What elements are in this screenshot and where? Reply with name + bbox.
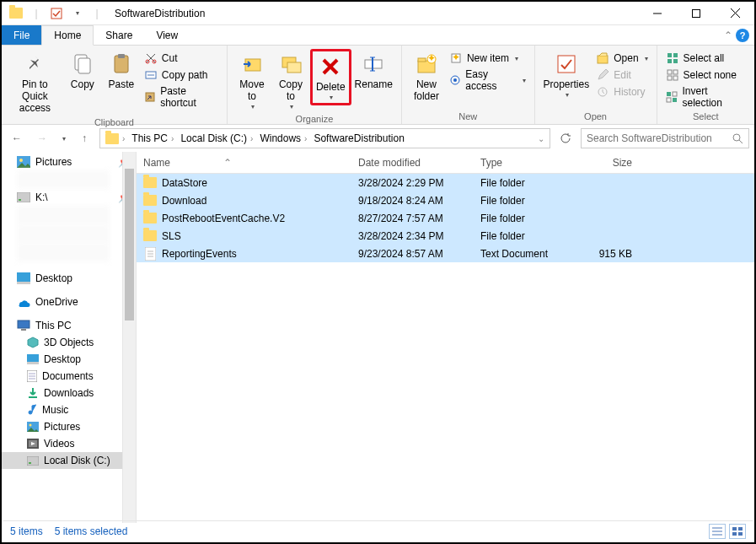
- col-header-name[interactable]: Name ⌃: [143, 157, 358, 169]
- table-row[interactable]: ReportingEvents9/23/2024 8:57 AMText Doc…: [137, 245, 754, 262]
- nav-pictures2[interactable]: Pictures: [2, 418, 136, 435]
- svg-rect-31: [558, 56, 575, 73]
- rename-button[interactable]: Rename: [351, 49, 396, 93]
- tab-view[interactable]: View: [144, 25, 190, 45]
- breadcrumb-dropdown-icon[interactable]: ⌄: [536, 134, 546, 143]
- nav-onedrive[interactable]: OneDrive: [2, 294, 136, 310]
- delete-icon: [317, 53, 344, 80]
- table-row[interactable]: DataStore3/28/2024 2:29 PMFile folder: [137, 174, 754, 191]
- nav-music[interactable]: Music: [2, 401, 136, 418]
- select-all-button[interactable]: Select all: [662, 51, 749, 66]
- ribbon-group-open: Properties▾ Open▾ Edit History Open: [535, 46, 657, 124]
- qa-separator: |: [27, 4, 46, 23]
- nav-kdrive[interactable]: K:\📌: [2, 189, 136, 206]
- view-large-icons-button[interactable]: [729, 524, 746, 539]
- maximize-button[interactable]: [677, 2, 716, 25]
- move-to-button[interactable]: Move to▾: [233, 49, 271, 112]
- breadcrumb-this-pc[interactable]: This PC›: [130, 132, 177, 144]
- pin-to-quick-access-button[interactable]: Pin to Quick access: [7, 49, 63, 116]
- content-area: Pictures📌 K:\📌 Desktop OneDrive This PC …: [2, 152, 754, 523]
- nav-downloads[interactable]: Downloads: [2, 385, 136, 401]
- file-type: Text Document: [480, 248, 582, 260]
- file-date: 8/27/2024 7:57 AM: [358, 213, 480, 224]
- new-item-button[interactable]: ✦New item▾: [446, 51, 529, 66]
- svg-rect-45: [673, 98, 677, 102]
- tab-share[interactable]: Share: [94, 25, 144, 45]
- qa-dropdown-icon[interactable]: ▾: [67, 4, 86, 23]
- new-folder-button[interactable]: ✦New folder: [407, 49, 446, 105]
- col-header-date[interactable]: Date modified: [358, 157, 480, 169]
- file-name: Download: [162, 195, 206, 207]
- breadcrumb[interactable]: › This PC› Local Disk (C:)› Windows› Sof…: [99, 128, 550, 148]
- nav-scrollbar-thumb[interactable]: [125, 169, 134, 320]
- tab-file[interactable]: File: [2, 25, 41, 45]
- pin-icon: [21, 51, 48, 78]
- properties-button[interactable]: Properties▾: [540, 49, 593, 100]
- breadcrumb-root-icon[interactable]: ›: [104, 133, 128, 144]
- collapse-ribbon-icon[interactable]: ⌃: [724, 30, 732, 41]
- refresh-button[interactable]: [555, 128, 576, 148]
- nav-recent-dropdown[interactable]: ▾: [57, 128, 69, 148]
- svg-rect-41: [673, 76, 678, 80]
- delete-button[interactable]: Delete▾: [310, 49, 351, 105]
- close-button[interactable]: [716, 2, 754, 25]
- desktop-icon: [27, 354, 39, 364]
- svg-rect-53: [17, 282, 30, 284]
- paste-button[interactable]: Paste: [102, 49, 141, 93]
- nav-pictures[interactable]: Pictures📌: [2, 154, 136, 170]
- col-header-size[interactable]: Size: [582, 157, 641, 169]
- edit-button[interactable]: Edit: [592, 67, 651, 83]
- nav-up-button[interactable]: ↑: [74, 128, 94, 148]
- svg-rect-43: [673, 92, 677, 96]
- folder-icon: [143, 176, 157, 190]
- table-row[interactable]: SLS3/28/2024 2:34 PMFile folder: [137, 227, 754, 245]
- nav-documents[interactable]: Documents: [2, 368, 136, 385]
- svg-rect-56: [27, 354, 39, 362]
- paste-shortcut-button[interactable]: Paste shortcut: [141, 84, 222, 110]
- paste-icon: [108, 51, 135, 78]
- breadcrumb-softwaredistribution[interactable]: SoftwareDistribution: [312, 132, 405, 144]
- tab-home[interactable]: Home: [41, 25, 94, 46]
- nav-back-button[interactable]: ←: [7, 128, 27, 148]
- search-box[interactable]: [581, 128, 749, 148]
- select-none-button[interactable]: Select none: [662, 67, 749, 83]
- breadcrumb-local-disk[interactable]: Local Disk (C:)›: [179, 132, 256, 144]
- view-details-button[interactable]: [709, 524, 726, 539]
- easy-access-button[interactable]: Easy access▾: [446, 67, 529, 93]
- nav-desktop[interactable]: Desktop: [2, 270, 136, 287]
- table-row[interactable]: PostRebootEventCache.V28/27/2024 7:57 AM…: [137, 209, 754, 227]
- copy-to-button[interactable]: Copy to▾: [271, 49, 310, 112]
- nav-this-pc[interactable]: This PC: [2, 317, 136, 334]
- nav-videos[interactable]: Videos: [2, 435, 136, 452]
- nav-forward-button[interactable]: →: [32, 128, 52, 148]
- open-button[interactable]: Open▾: [592, 51, 651, 66]
- col-header-type[interactable]: Type: [480, 157, 582, 169]
- nav-scrollbar[interactable]: [122, 152, 136, 523]
- qa-properties-icon[interactable]: [47, 4, 66, 23]
- minimize-button[interactable]: [638, 2, 677, 25]
- file-date: 9/18/2024 8:24 AM: [358, 195, 480, 207]
- history-button[interactable]: History: [592, 84, 651, 100]
- svg-rect-16: [287, 62, 301, 73]
- svg-rect-77: [732, 532, 737, 536]
- search-icon[interactable]: [732, 133, 743, 144]
- search-input[interactable]: [587, 132, 727, 144]
- nav-item-redacted: [17, 206, 110, 224]
- nav-local-disk[interactable]: Local Disk (C:): [2, 452, 136, 469]
- qa-separator2: |: [88, 4, 106, 23]
- onedrive-icon: [17, 297, 30, 307]
- ribbon-group-new: ✦New folder ✦New item▾ Easy access▾ New: [402, 46, 535, 124]
- copy-button[interactable]: Copy: [63, 49, 102, 93]
- file-list: DataStore3/28/2024 2:29 PMFile folderDow…: [137, 174, 754, 262]
- copy-path-button[interactable]: Copy path: [141, 67, 222, 83]
- pictures-icon: [27, 422, 39, 432]
- invert-selection-button[interactable]: Invert selection: [662, 84, 749, 110]
- table-row[interactable]: Download9/18/2024 8:24 AMFile folder: [137, 191, 754, 209]
- cut-button[interactable]: Cut: [141, 51, 222, 66]
- breadcrumb-windows[interactable]: Windows›: [258, 132, 310, 144]
- svg-point-63: [29, 424, 32, 427]
- help-icon[interactable]: ?: [736, 29, 749, 42]
- nav-desktop2[interactable]: Desktop: [2, 351, 136, 368]
- nav-3d-objects[interactable]: 3D Objects: [2, 334, 136, 351]
- svg-rect-6: [78, 58, 90, 73]
